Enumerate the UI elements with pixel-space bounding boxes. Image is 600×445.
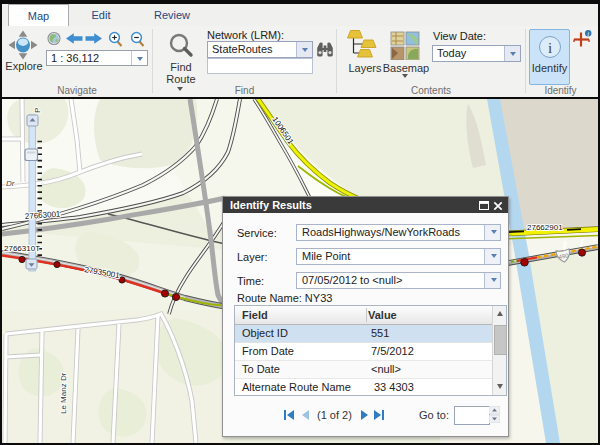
svg-text:i: i <box>587 30 589 37</box>
svg-text:i: i <box>548 40 552 56</box>
svg-text:27662901: 27662901 <box>527 223 563 232</box>
svg-text:2766310T: 2766310T <box>4 244 40 253</box>
svg-text:P: P <box>33 108 42 113</box>
svg-text:Dr: Dr <box>6 179 15 188</box>
svg-text:Le Manz Dr: Le Manz Dr <box>59 372 68 414</box>
